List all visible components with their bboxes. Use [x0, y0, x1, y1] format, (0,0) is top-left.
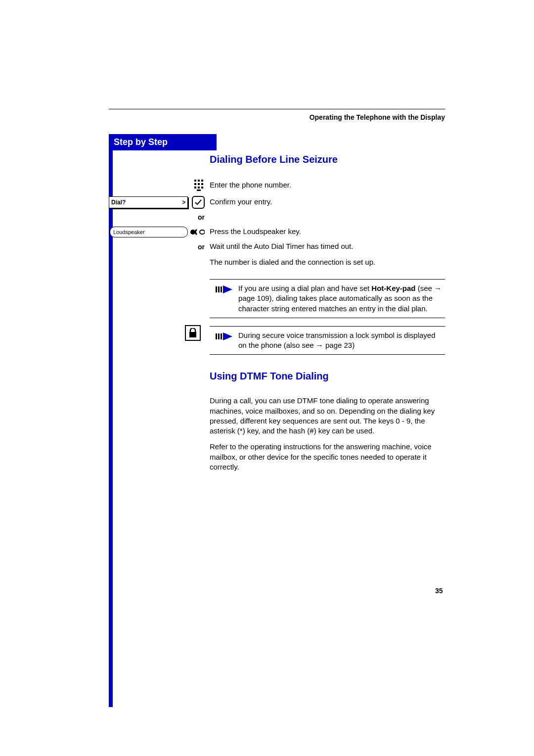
confirm-key[interactable]	[192, 196, 205, 209]
svg-rect-6	[194, 187, 196, 189]
paragraph: During a call, you can use DTMF tone dia…	[210, 395, 445, 436]
svg-rect-0	[194, 180, 196, 182]
or-label: or	[198, 213, 205, 221]
step-text: The number is dialed and the connection …	[210, 256, 445, 267]
note-arrow-icon	[216, 284, 238, 314]
content-area: Dialing Before Line Seizure	[109, 152, 445, 474]
svg-rect-16	[216, 333, 217, 339]
svg-rect-4	[198, 183, 200, 185]
check-icon	[194, 198, 202, 206]
note-box: During secure voice transmission a lock …	[210, 326, 445, 355]
page-number: 35	[435, 587, 443, 595]
svg-rect-9	[197, 189, 201, 191]
note-text: If you are using a dial plan and have se…	[238, 284, 445, 314]
section-heading-2: Using DTMF Tone Dialing	[210, 370, 445, 383]
loudspeaker-key-label: Loudspeaker	[110, 227, 188, 237]
svg-rect-2	[201, 180, 203, 182]
lock-indicator	[185, 325, 201, 341]
step-text: Enter the phone number.	[210, 179, 445, 190]
svg-rect-12	[216, 286, 217, 292]
step-text: Wait until the Auto Dial Timer has timed…	[210, 240, 445, 251]
page-content: Operating the Telephone with the Display…	[109, 109, 445, 134]
display-prompt: Dial? >	[109, 196, 188, 208]
paragraph: Refer to the operating instructions for …	[210, 441, 445, 472]
chevron-right-icon: >	[182, 199, 185, 206]
svg-rect-5	[201, 183, 203, 185]
header-title: Operating the Telephone with the Display	[109, 113, 445, 121]
svg-rect-14	[221, 286, 222, 292]
note-text: During secure voice transmission a lock …	[238, 331, 445, 351]
svg-rect-13	[218, 286, 220, 292]
step-by-step-label: Step by Step	[109, 134, 217, 150]
note-box: If you are using a dial plan and have se…	[210, 279, 445, 318]
svg-rect-15	[189, 332, 196, 337]
keypad-icon	[194, 179, 205, 193]
header-rule	[109, 109, 445, 109]
svg-rect-3	[194, 183, 196, 185]
lock-icon	[188, 328, 197, 338]
svg-rect-8	[201, 187, 203, 189]
or-label: or	[198, 243, 205, 251]
svg-rect-18	[221, 333, 222, 339]
svg-rect-1	[198, 180, 200, 182]
svg-rect-17	[218, 333, 220, 339]
section-heading-1: Dialing Before Line Seizure	[210, 153, 445, 166]
display-text: Dial?	[111, 199, 126, 206]
step-text: Press the Loudspeaker key.	[210, 226, 445, 236]
step-text: Confirm your entry.	[210, 196, 445, 207]
svg-rect-11	[200, 230, 205, 234]
led-key-icon[interactable]	[190, 227, 205, 237]
note-arrow-icon	[216, 331, 238, 351]
svg-rect-7	[198, 187, 200, 189]
svg-point-10	[190, 230, 195, 235]
